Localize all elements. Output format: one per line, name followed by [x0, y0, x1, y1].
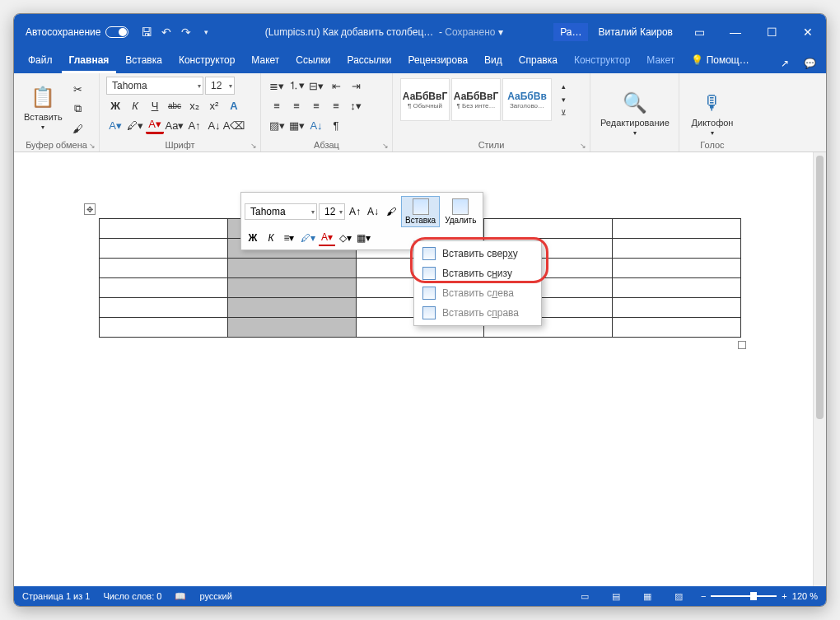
mini-grow-font-icon[interactable]: A↑	[347, 203, 363, 220]
ribbon-options-icon[interactable]: ▭	[681, 14, 717, 50]
print-layout-icon[interactable]: ▦	[638, 589, 656, 604]
dialog-launcher-icon[interactable]: ↘	[250, 142, 257, 150]
tab-references[interactable]: Ссылки	[288, 51, 338, 73]
insert-row-above[interactable]: Вставить сверху	[414, 244, 541, 263]
subscript-button[interactable]: x₂	[185, 96, 203, 114]
mini-size-combo[interactable]: 12	[319, 203, 345, 220]
mini-align-icon[interactable]: ≡▾	[281, 230, 297, 246]
copy-icon[interactable]: ⧉	[69, 100, 87, 118]
tab-view[interactable]: Вид	[477, 51, 510, 73]
scrollbar-thumb[interactable]	[816, 156, 824, 419]
zoom-value[interactable]: 120 %	[792, 591, 818, 601]
style-normal[interactable]: АаБбВвГ ¶ Обычный	[400, 78, 450, 121]
highlight-icon[interactable]: 🖊▾	[126, 116, 144, 134]
strike-button[interactable]: abc	[166, 96, 184, 114]
tab-table-layout[interactable]: Макет	[639, 51, 682, 73]
tab-design[interactable]: Конструктор	[171, 51, 242, 73]
styles-down-icon[interactable]: ▾	[554, 94, 572, 105]
undo-icon[interactable]: ↶	[158, 24, 175, 40]
table-resize-handle-icon[interactable]	[738, 341, 746, 349]
tab-help[interactable]: Справка	[511, 51, 565, 73]
dialog-launcher-icon[interactable]: ↘	[580, 142, 586, 150]
dictate-button[interactable]: 🎙 Диктофон ▾	[688, 88, 737, 138]
zoom-slider[interactable]	[711, 595, 777, 597]
superscript-button[interactable]: x²	[205, 96, 223, 114]
mini-italic-button[interactable]: К	[263, 230, 279, 246]
align-right-icon[interactable]: ≡	[307, 96, 325, 114]
borders-icon[interactable]: ▦▾	[287, 116, 306, 134]
editing-button[interactable]: 🔍 Редактирование ▾	[597, 88, 673, 138]
mini-borders-icon[interactable]: ▦▾	[355, 230, 372, 246]
focus-mode-icon[interactable]: ▭	[576, 589, 594, 604]
mini-shading-icon[interactable]: ◇▾	[337, 230, 353, 246]
redo-icon[interactable]: ↷	[178, 24, 194, 40]
close-icon[interactable]: ✕	[790, 14, 826, 50]
vertical-scrollbar[interactable]	[813, 152, 826, 586]
underline-button[interactable]: Ч	[146, 96, 164, 114]
page-indicator[interactable]: Страница 1 из 1	[22, 591, 90, 601]
styles-up-icon[interactable]: ▴	[554, 81, 572, 92]
font-color-icon[interactable]: A▾	[146, 116, 164, 134]
dec-indent-icon[interactable]: ⇤	[327, 77, 345, 95]
autosave-toggle[interactable]: Автосохранение	[26, 26, 128, 38]
paste-button[interactable]: 📋 Вставить ▾	[21, 77, 66, 138]
dialog-launcher-icon[interactable]: ↘	[89, 142, 96, 150]
zoom-in-icon[interactable]: +	[782, 591, 786, 601]
styles-more-icon[interactable]: ⊻	[554, 107, 572, 119]
insert-col-right[interactable]: Вставить справа	[414, 303, 541, 323]
tab-tell-me[interactable]: 💡 Помощ…	[684, 51, 756, 73]
tab-file[interactable]: Файл	[21, 51, 60, 73]
table-move-handle-icon[interactable]: ✥	[84, 203, 96, 215]
style-heading[interactable]: АаБбВв Заголово…	[502, 78, 552, 121]
numbering-icon[interactable]: ⒈▾	[287, 77, 306, 95]
web-layout-icon[interactable]: ▨	[670, 589, 688, 604]
align-left-icon[interactable]: ≡	[268, 96, 286, 114]
minimize-icon[interactable]: —	[717, 14, 754, 50]
mini-shrink-font-icon[interactable]: A↓	[365, 203, 381, 220]
format-painter-icon[interactable]: 🖌	[69, 119, 87, 138]
style-nospacing[interactable]: АаБбВвГ ¶ Без инте…	[451, 78, 501, 121]
tab-review[interactable]: Рецензирова	[400, 51, 475, 73]
align-center-icon[interactable]: ≡	[287, 96, 306, 114]
share-icon[interactable]: ↗	[773, 54, 796, 73]
maximize-icon[interactable]: ☐	[754, 14, 790, 50]
tab-layout[interactable]: Макет	[244, 51, 287, 73]
mini-font-combo[interactable]: Tahoma	[245, 203, 317, 220]
save-icon[interactable]: 🖫	[138, 24, 155, 40]
zoom-out-icon[interactable]: −	[701, 591, 706, 601]
insert-col-left[interactable]: Вставить слева	[414, 283, 541, 303]
grow-font-icon[interactable]: A↑	[185, 116, 203, 134]
bullets-icon[interactable]: ≣▾	[268, 77, 286, 95]
tab-insert[interactable]: Вставка	[118, 51, 170, 73]
language-indicator[interactable]: русский	[199, 591, 231, 601]
mini-highlight-icon[interactable]: 🖊▾	[299, 230, 317, 246]
text-effects-icon[interactable]: A	[225, 96, 243, 114]
sort-icon[interactable]: A↓	[307, 116, 325, 134]
change-case-icon[interactable]: Aa▾	[166, 116, 184, 134]
line-spacing-icon[interactable]: ↕▾	[347, 96, 365, 114]
italic-button[interactable]: К	[126, 96, 144, 114]
word-count[interactable]: Число слов: 0	[103, 591, 161, 601]
mini-font-color-icon[interactable]: A▾	[319, 230, 335, 246]
shrink-font-icon[interactable]: A↓	[205, 116, 223, 134]
shading-icon[interactable]: ▨▾	[268, 116, 286, 134]
inc-indent-icon[interactable]: ⇥	[347, 77, 365, 95]
mini-insert-button[interactable]: Вставка	[401, 196, 440, 227]
tab-mailings[interactable]: Рассылки	[340, 51, 399, 73]
mini-format-painter-icon[interactable]: 🖌	[383, 203, 399, 220]
justify-icon[interactable]: ≡	[327, 96, 345, 114]
mini-bold-button[interactable]: Ж	[245, 230, 261, 246]
mode-tag[interactable]: Ра…	[553, 23, 588, 41]
spellcheck-icon[interactable]: 📖	[175, 591, 186, 602]
multilevel-icon[interactable]: ⊟▾	[307, 77, 325, 95]
qat-dropdown-icon[interactable]: ▾	[198, 24, 214, 40]
tab-table-design[interactable]: Конструктор	[567, 51, 637, 73]
tab-home[interactable]: Главная	[62, 51, 117, 73]
bold-button[interactable]: Ж	[106, 96, 124, 114]
insert-row-below[interactable]: Вставить снизу	[414, 263, 541, 283]
mini-delete-button[interactable]: Удалить	[441, 197, 479, 226]
dialog-launcher-icon[interactable]: ↘	[382, 142, 389, 150]
comments-icon[interactable]: 💬	[798, 54, 821, 73]
show-marks-icon[interactable]: ¶	[327, 116, 345, 134]
font-size-combo[interactable]: 12	[205, 77, 235, 95]
